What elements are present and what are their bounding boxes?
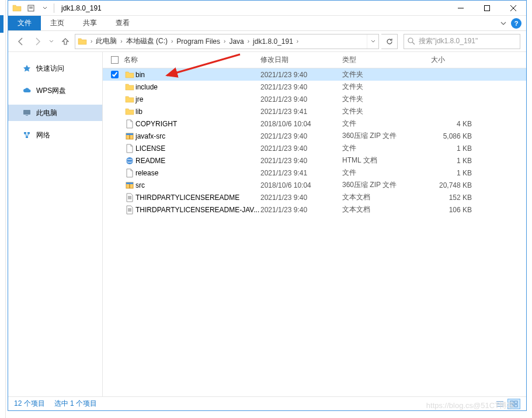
- sidebar-item-network[interactable]: 网络: [8, 127, 102, 143]
- search-input[interactable]: 搜索"jdk1.8.0_191": [404, 34, 520, 49]
- forward-button[interactable]: [30, 34, 44, 49]
- minimize-button[interactable]: [447, 1, 474, 16]
- svg-rect-22: [129, 184, 130, 188]
- column-size[interactable]: 大小: [431, 55, 478, 65]
- ribbon-tab-home[interactable]: 主页: [41, 16, 74, 30]
- crumb-sep-icon[interactable]: ›: [295, 38, 300, 44]
- file-row[interactable]: javafx-src2021/1/23 9:40360压缩 ZIP 文件5,08…: [103, 130, 526, 142]
- column-type[interactable]: 类型: [342, 55, 431, 65]
- crumb-programfiles[interactable]: Program Files: [174, 37, 222, 46]
- file-size: 4 KB: [431, 120, 472, 128]
- file-size: 1 KB: [431, 157, 472, 165]
- svg-rect-21: [126, 182, 133, 184]
- ribbon-right: ?: [500, 16, 526, 30]
- file-row[interactable]: COPYRIGHT2018/10/6 10:04文件4 KB: [103, 118, 526, 130]
- file-type: 文件: [342, 119, 431, 129]
- file-name: README: [135, 157, 260, 165]
- crumb-sep-icon[interactable]: ›: [222, 38, 227, 44]
- file-row[interactable]: README2021/1/23 9:40HTML 文档1 KB: [103, 154, 526, 167]
- crumb-sep-icon[interactable]: ›: [89, 38, 93, 44]
- svg-point-18: [126, 157, 133, 164]
- search-icon: [408, 37, 415, 45]
- file-row[interactable]: THIRDPARTYLICENSEREADME-JAV...2021/1/23 …: [103, 203, 526, 216]
- search-placeholder: 搜索"jdk1.8.0_191": [419, 36, 478, 46]
- view-icons-button[interactable]: [507, 399, 520, 409]
- file-date: 2021/1/23 9:40: [260, 83, 342, 91]
- crumb-jdk[interactable]: jdk1.8.0_191: [251, 37, 295, 46]
- file-row[interactable]: release2021/1/23 9:41文件1 KB: [103, 167, 526, 179]
- file-type: 文件夹: [342, 94, 431, 104]
- explorer-window: jdk1.8.0_191 文件 主页 共享 查看 ?: [8, 0, 527, 411]
- file-row[interactable]: bin2021/1/23 9:40文件夹: [103, 68, 526, 81]
- qat-dropdown-icon[interactable]: [39, 2, 51, 15]
- svg-rect-33: [514, 401, 517, 403]
- file-date: 2018/10/6 10:04: [260, 120, 342, 128]
- file-size: 152 KB: [431, 194, 472, 202]
- file-name: lib: [135, 108, 260, 116]
- properties-icon[interactable]: [25, 2, 37, 15]
- row-checkbox[interactable]: [111, 71, 124, 78]
- svg-rect-10: [26, 115, 28, 116]
- help-icon[interactable]: ?: [511, 18, 521, 29]
- recent-dropdown-icon[interactable]: [47, 34, 56, 49]
- file-row[interactable]: include2021/1/23 9:40文件夹: [103, 81, 526, 93]
- ribbon-tab-share[interactable]: 共享: [74, 16, 106, 30]
- file-icon: [124, 168, 135, 178]
- crumb-java[interactable]: Java: [227, 37, 246, 46]
- sidebar-item-label: WPS网盘: [36, 86, 66, 96]
- file-size: 1 KB: [431, 144, 472, 153]
- file-row[interactable]: jre2021/1/23 9:40文件夹: [103, 93, 526, 105]
- external-app-strip: [0, 0, 6, 418]
- file-row[interactable]: LICENSE2021/1/23 9:40文件1 KB: [103, 142, 526, 154]
- back-button[interactable]: [14, 34, 28, 49]
- column-name[interactable]: 名称: [124, 55, 260, 65]
- file-name: jre: [135, 95, 260, 103]
- file-row[interactable]: THIRDPARTYLICENSEREADME2021/1/23 9:40文本文…: [103, 191, 526, 203]
- file-type: 360压缩 ZIP 文件: [342, 131, 431, 141]
- cloud-icon: [22, 86, 32, 95]
- sidebar-item-wps[interactable]: WPS网盘: [8, 82, 102, 99]
- file-type: 360压缩 ZIP 文件: [342, 180, 431, 190]
- file-type: 文件夹: [342, 70, 431, 80]
- zip-icon: [124, 181, 135, 190]
- file-name: javafx-src: [135, 132, 260, 140]
- ribbon-file-tab[interactable]: 文件: [8, 16, 41, 30]
- view-switcher: [493, 399, 520, 409]
- column-date[interactable]: 修改日期: [260, 55, 342, 65]
- status-item-count: 12 个项目: [14, 399, 45, 409]
- titlebar: jdk1.8.0_191: [8, 1, 526, 16]
- crumb-pc[interactable]: 此电脑: [93, 36, 119, 46]
- monitor-icon: [22, 108, 32, 118]
- file-name: bin: [135, 71, 260, 79]
- sidebar-item-quickaccess[interactable]: 快速访问: [8, 60, 102, 77]
- crumb-sep-icon[interactable]: ›: [119, 38, 123, 44]
- address-bar[interactable]: › 此电脑 › 本地磁盘 (C:) › Program Files › Java…: [75, 34, 379, 49]
- crumb-sep-icon[interactable]: ›: [170, 38, 174, 44]
- up-button[interactable]: [58, 34, 72, 49]
- ribbon-tab-view[interactable]: 查看: [106, 16, 139, 30]
- file-list: bin2021/1/23 9:40文件夹include2021/1/23 9:4…: [103, 68, 526, 396]
- file-row[interactable]: lib2021/1/23 9:41文件夹: [103, 105, 526, 118]
- ribbon-expand-icon[interactable]: [500, 20, 506, 26]
- svg-rect-32: [510, 401, 513, 403]
- svg-line-8: [412, 42, 415, 44]
- file-row[interactable]: src2018/10/6 10:04360压缩 ZIP 文件20,748 KB: [103, 179, 526, 191]
- address-dropdown-icon[interactable]: [367, 34, 378, 49]
- maximize-button[interactable]: [474, 1, 500, 16]
- html-icon: [124, 156, 135, 165]
- file-size: 106 KB: [431, 206, 472, 214]
- ribbon: 文件 主页 共享 查看 ?: [8, 16, 526, 31]
- file-name: THIRDPARTYLICENSEREADME-JAV...: [135, 206, 260, 214]
- header-checkbox[interactable]: [111, 56, 124, 64]
- view-details-button[interactable]: [493, 399, 506, 409]
- svg-rect-17: [129, 135, 130, 139]
- network-icon: [22, 130, 32, 140]
- crumb-sep-icon[interactable]: ›: [246, 38, 251, 44]
- sidebar-item-thispc[interactable]: 此电脑: [8, 105, 102, 121]
- crumb-drive[interactable]: 本地磁盘 (C:): [124, 36, 170, 46]
- file-date: 2021/1/23 9:40: [260, 157, 342, 165]
- file-date: 2021/1/23 9:41: [260, 169, 342, 177]
- close-button[interactable]: [500, 1, 526, 16]
- refresh-button[interactable]: [381, 34, 398, 49]
- breadcrumb: › 此电脑 › 本地磁盘 (C:) › Program Files › Java…: [89, 36, 367, 46]
